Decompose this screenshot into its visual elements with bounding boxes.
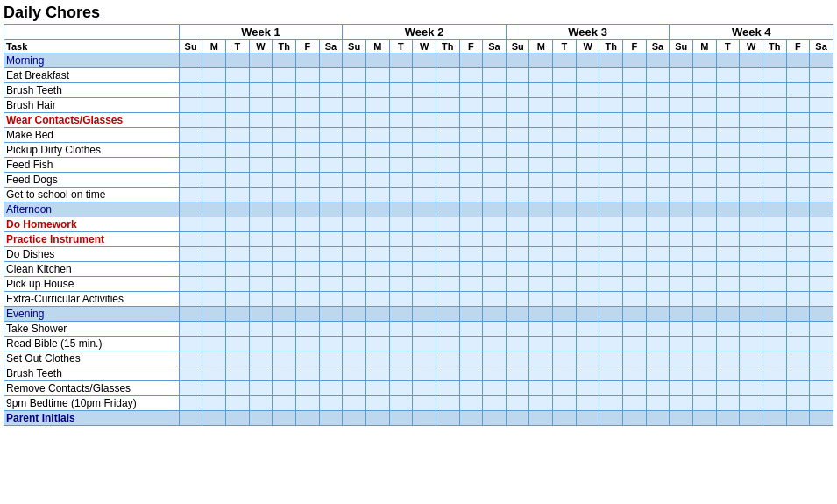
day-cell — [506, 202, 529, 217]
day-cell — [296, 307, 320, 322]
day-cell — [599, 307, 623, 322]
day-cell — [249, 173, 273, 188]
day-cell — [810, 68, 833, 83]
day-cell — [716, 307, 740, 322]
day-cell — [599, 351, 623, 366]
day-cell — [529, 98, 553, 113]
day-cell — [810, 202, 833, 217]
day-cell — [273, 202, 296, 217]
day-cell — [436, 337, 459, 351]
day-cell — [810, 98, 833, 113]
day-cell — [179, 113, 202, 128]
day-cell — [716, 128, 740, 143]
day-cell — [576, 232, 599, 247]
day-cell — [810, 381, 833, 396]
day-cell — [810, 53, 833, 68]
day-cell — [740, 68, 763, 83]
day-cell — [202, 411, 226, 426]
task-label: Brush Hair — [4, 98, 180, 113]
day-cell — [810, 411, 833, 426]
day-cell — [623, 322, 647, 337]
day-cell — [413, 232, 436, 247]
day-cell — [413, 396, 436, 411]
day-cell — [553, 322, 577, 337]
day-cell — [763, 232, 786, 247]
day-cell — [740, 322, 763, 337]
day-cell — [693, 113, 717, 128]
day-cell — [413, 351, 436, 366]
day-cell — [646, 262, 670, 277]
day-cell — [693, 83, 717, 98]
day-cell — [786, 277, 810, 292]
day-cell — [389, 202, 413, 217]
day-label: F — [296, 40, 320, 53]
day-cell — [365, 53, 389, 68]
day-cell — [763, 217, 786, 232]
day-cell — [226, 53, 250, 68]
day-cell — [343, 366, 366, 381]
day-cell — [343, 143, 366, 158]
day-cell — [740, 262, 763, 277]
day-label: F — [786, 40, 810, 53]
day-cell — [436, 292, 459, 307]
day-cell — [576, 322, 599, 337]
day-cell — [202, 83, 226, 98]
day-cell — [436, 351, 459, 366]
day-cell — [810, 366, 833, 381]
day-cell — [343, 247, 366, 262]
day-cell — [576, 188, 599, 202]
day-cell — [389, 277, 413, 292]
day-cell — [763, 307, 786, 322]
day-cell — [389, 247, 413, 262]
day-cell — [599, 396, 623, 411]
day-cell — [786, 232, 810, 247]
day-cell — [413, 98, 436, 113]
day-cell — [459, 396, 483, 411]
day-cell — [506, 143, 529, 158]
day-cell — [810, 143, 833, 158]
day-cell — [623, 292, 647, 307]
task-row: Brush Hair — [4, 98, 833, 113]
day-cell — [810, 232, 833, 247]
day-cell — [646, 188, 670, 202]
day-cell — [226, 396, 250, 411]
day-cell — [273, 68, 296, 83]
day-cell — [296, 366, 320, 381]
day-cell — [459, 143, 483, 158]
task-label: Eat Breakfast — [4, 68, 180, 83]
day-cell — [763, 262, 786, 277]
day-cell — [576, 53, 599, 68]
day-cell — [716, 322, 740, 337]
day-label: F — [459, 40, 483, 53]
day-cell — [623, 396, 647, 411]
day-cell — [296, 277, 320, 292]
day-cell — [226, 366, 250, 381]
day-cell — [202, 381, 226, 396]
task-row: Extra-Curricular Activities — [4, 292, 833, 307]
day-cell — [483, 68, 507, 83]
day-cell — [716, 411, 740, 426]
day-cell — [459, 158, 483, 173]
day-cell — [249, 143, 273, 158]
day-cell — [553, 307, 577, 322]
day-cell — [576, 158, 599, 173]
day-cell — [599, 247, 623, 262]
day-cell — [529, 143, 553, 158]
day-cell — [179, 396, 202, 411]
day-cell — [529, 411, 553, 426]
day-cell — [763, 292, 786, 307]
day-cell — [716, 351, 740, 366]
day-cell — [179, 98, 202, 113]
day-cell — [413, 247, 436, 262]
week-header-4: Week 4 — [670, 25, 833, 40]
day-cell — [740, 188, 763, 202]
section-label: Afternoon — [4, 202, 180, 217]
day-cell — [273, 143, 296, 158]
day-cell — [436, 128, 459, 143]
task-label: Brush Teeth — [4, 83, 180, 98]
day-cell — [646, 113, 670, 128]
day-cell — [319, 396, 343, 411]
day-cell — [483, 53, 507, 68]
day-label: Su — [343, 40, 366, 53]
day-cell — [506, 247, 529, 262]
